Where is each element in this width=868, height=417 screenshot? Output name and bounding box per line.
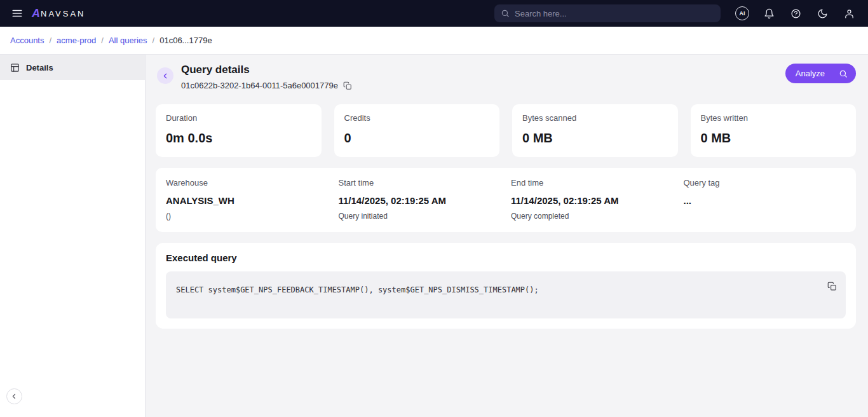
meta-label: Warehouse bbox=[166, 178, 329, 188]
meta-label: End time bbox=[511, 178, 674, 188]
stat-label: Credits bbox=[344, 113, 490, 123]
meta-sub: Query initiated bbox=[339, 212, 501, 221]
copy-query-id-button[interactable] bbox=[343, 81, 352, 90]
meta-sub: Query completed bbox=[511, 212, 674, 221]
sql-text: SELECT system$GET_NPS_FEEDBACK_TIMESTAMP… bbox=[176, 285, 813, 294]
chevron-left-icon bbox=[10, 392, 18, 400]
meta-value: 11/14/2025, 02:19:25 AM bbox=[339, 195, 501, 206]
topbar-actions: AI bbox=[732, 3, 859, 24]
ai-button[interactable]: AI bbox=[732, 3, 752, 24]
search-bar[interactable] bbox=[494, 4, 721, 22]
app-root: A NAVSAN AI bbox=[0, 0, 868, 417]
stat-value: 0 MB bbox=[701, 131, 846, 146]
stat-value: 0 bbox=[344, 131, 490, 146]
breadcrumb-item-accounts[interactable]: Accounts bbox=[10, 36, 44, 45]
ai-icon: AI bbox=[735, 6, 749, 20]
brand-logo: A NAVSAN bbox=[32, 8, 86, 19]
stat-value: 0 MB bbox=[522, 131, 668, 146]
breadcrumb-separator: / bbox=[49, 36, 51, 45]
breadcrumb: Accounts / acme-prod / All queries / 01c… bbox=[0, 27, 868, 55]
breadcrumb-item-all-queries[interactable]: All queries bbox=[109, 36, 147, 45]
chevron-left-icon bbox=[161, 72, 170, 80]
meta-col-end-time: End time 11/14/2025, 02:19:25 AM Query c… bbox=[511, 178, 674, 221]
table-icon bbox=[10, 63, 20, 72]
help-button[interactable] bbox=[785, 3, 806, 24]
stats-row: Duration 0m 0.0s Credits 0 Bytes scanned… bbox=[156, 104, 856, 157]
meta-sub: () bbox=[166, 212, 329, 221]
meta-label: Start time bbox=[339, 178, 501, 188]
brand-mark: A bbox=[32, 8, 40, 19]
stat-card-bytes-written: Bytes written 0 MB bbox=[691, 104, 857, 157]
help-icon bbox=[790, 8, 801, 19]
brand-text: NAVSAN bbox=[41, 9, 86, 18]
query-id: 01c0622b-3202-1b64-0011-5a6e0001779e bbox=[181, 81, 338, 90]
copy-icon bbox=[343, 81, 352, 90]
sidebar-item-details[interactable]: Details bbox=[0, 55, 145, 80]
hamburger-menu-icon[interactable] bbox=[9, 5, 25, 22]
analyze-button-label: Analyze bbox=[796, 69, 825, 78]
notifications-button[interactable] bbox=[759, 3, 779, 24]
search-input[interactable] bbox=[515, 9, 714, 18]
meta-value: ANALYSIS_WH bbox=[166, 195, 329, 206]
copy-sql-button[interactable] bbox=[827, 282, 837, 291]
profile-button[interactable] bbox=[839, 3, 859, 24]
meta-col-query-tag: Query tag ... bbox=[684, 178, 846, 221]
breadcrumb-separator: / bbox=[153, 36, 155, 45]
back-button[interactable] bbox=[157, 67, 173, 84]
search-icon bbox=[501, 9, 510, 18]
stat-card-duration: Duration 0m 0.0s bbox=[156, 104, 322, 157]
meta-sub bbox=[684, 212, 846, 221]
sidebar-collapse-button[interactable] bbox=[6, 388, 22, 404]
copy-icon bbox=[827, 282, 837, 291]
meta-col-start-time: Start time 11/14/2025, 02:19:25 AM Query… bbox=[339, 178, 501, 221]
stat-value: 0m 0.0s bbox=[166, 131, 311, 146]
executed-query-card: Executed query SELECT system$GET_NPS_FEE… bbox=[156, 243, 856, 329]
executed-query-title: Executed query bbox=[166, 252, 846, 263]
page-header: Query details 01c0622b-3202-1b64-0011-5a… bbox=[156, 64, 856, 90]
moon-icon bbox=[817, 8, 828, 19]
main-content: Query details 01c0622b-3202-1b64-0011-5a… bbox=[146, 55, 868, 417]
stat-label: Duration bbox=[166, 113, 311, 123]
breadcrumb-item-account[interactable]: acme-prod bbox=[57, 36, 96, 45]
sidebar-item-label: Details bbox=[26, 63, 53, 72]
breadcrumb-item-current: 01c06...1779e bbox=[159, 36, 212, 45]
theme-toggle-button[interactable] bbox=[812, 3, 832, 24]
sidebar: Details bbox=[0, 55, 146, 417]
page-title: Query details bbox=[181, 64, 352, 76]
stat-label: Bytes scanned bbox=[522, 113, 668, 123]
meta-value: ... bbox=[684, 195, 846, 206]
query-meta-card: Warehouse ANALYSIS_WH () Start time 11/1… bbox=[156, 168, 856, 232]
meta-col-warehouse: Warehouse ANALYSIS_WH () bbox=[166, 178, 329, 221]
topbar: A NAVSAN AI bbox=[0, 0, 868, 27]
stat-card-bytes-scanned: Bytes scanned 0 MB bbox=[512, 104, 678, 157]
meta-label: Query tag bbox=[684, 178, 846, 188]
user-icon bbox=[844, 8, 855, 19]
bell-icon bbox=[764, 8, 775, 19]
analyze-search-icon bbox=[839, 69, 848, 78]
stat-card-credits: Credits 0 bbox=[334, 104, 500, 157]
meta-value: 11/14/2025, 02:19:25 AM bbox=[511, 195, 674, 206]
sql-code-block: SELECT system$GET_NPS_FEEDBACK_TIMESTAMP… bbox=[166, 271, 846, 318]
stat-label: Bytes written bbox=[701, 113, 846, 123]
analyze-button[interactable]: Analyze bbox=[785, 64, 856, 83]
breadcrumb-separator: / bbox=[101, 36, 104, 45]
